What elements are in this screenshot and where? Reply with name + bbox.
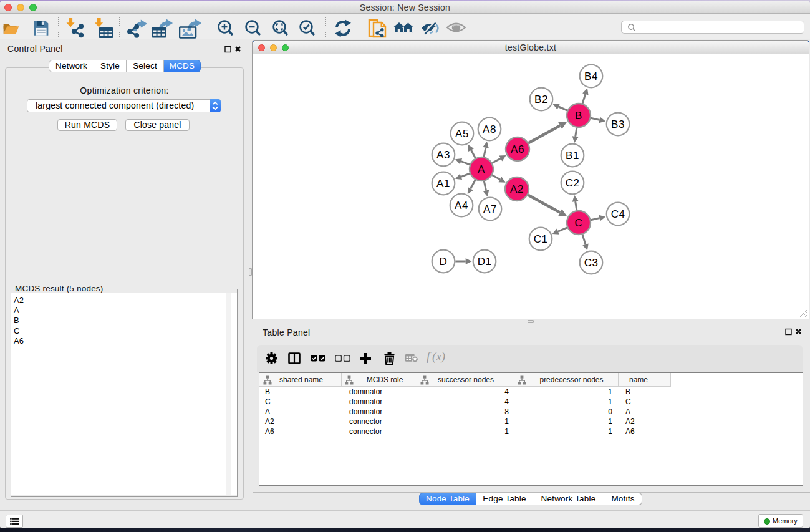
svg-text:A1: A1 xyxy=(436,178,450,190)
svg-text:A2: A2 xyxy=(510,183,524,195)
svg-text:D: D xyxy=(440,256,448,268)
svg-text:C4: C4 xyxy=(611,208,625,220)
svg-text:B2: B2 xyxy=(534,94,548,105)
svg-text:C3: C3 xyxy=(584,257,599,269)
svg-text:A: A xyxy=(478,163,485,175)
svg-text:A5: A5 xyxy=(455,128,469,140)
svg-text:C2: C2 xyxy=(566,177,580,189)
svg-text:B3: B3 xyxy=(611,118,625,130)
svg-text:A6: A6 xyxy=(511,143,524,155)
svg-text:B4: B4 xyxy=(584,70,598,82)
svg-text:C: C xyxy=(575,217,583,229)
svg-text:A4: A4 xyxy=(455,200,468,211)
svg-text:A7: A7 xyxy=(483,203,497,215)
svg-text:A8: A8 xyxy=(483,123,496,135)
svg-text:C1: C1 xyxy=(534,233,548,245)
svg-text:B: B xyxy=(575,110,582,122)
svg-text:B1: B1 xyxy=(566,150,579,162)
svg-text:D1: D1 xyxy=(478,256,492,268)
svg-text:A3: A3 xyxy=(436,149,450,161)
